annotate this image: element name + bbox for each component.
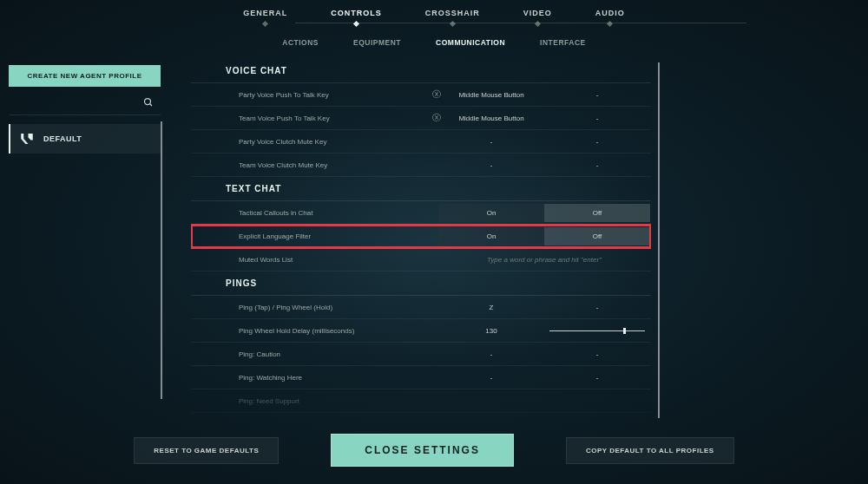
- toggle-off[interactable]: Off: [544, 204, 650, 222]
- keybind-primary[interactable]: Z: [438, 304, 544, 311]
- bottom-bar: RESET TO GAME DEFAULTS CLOSE SETTINGS CO…: [0, 434, 868, 467]
- subtab-communication[interactable]: COMMUNICATION: [436, 38, 505, 47]
- keybind-secondary[interactable]: -: [544, 374, 650, 382]
- keybind-secondary[interactable]: -: [544, 161, 650, 169]
- svg-point-0: [145, 99, 151, 105]
- row-ping-wheel: Ping (Tap) / Ping Wheel (Hold) Z -: [191, 296, 651, 319]
- row-explicit-language-filter: Explicit Language Filter On Off: [191, 225, 651, 248]
- section-text-chat: TEXT CHAT: [191, 177, 651, 201]
- reset-defaults-button[interactable]: RESET TO GAME DEFAULTS: [134, 437, 279, 464]
- row-party-voice-ptt: Party Voice Push To Talk Key ⓧ Middle Mo…: [191, 83, 651, 107]
- toggle-on[interactable]: On: [438, 227, 544, 245]
- keybind-secondary[interactable]: -: [544, 114, 650, 122]
- valorant-icon: [19, 131, 35, 147]
- clear-icon[interactable]: ⓧ: [432, 112, 441, 124]
- close-settings-button[interactable]: CLOSE SETTINGS: [331, 434, 514, 467]
- keybind-primary[interactable]: -: [438, 374, 544, 382]
- row-tactical-callouts: Tactical Callouts in Chat On Off: [191, 201, 651, 225]
- subtab-equipment[interactable]: EQUIPMENT: [353, 38, 401, 47]
- row-team-voice-ptt: Team Voice Push To Talk Key ⓧ Middle Mou…: [191, 107, 651, 130]
- row-ping-need-support: Ping: Need Support: [191, 389, 651, 413]
- keybind-secondary[interactable]: -: [544, 91, 650, 99]
- tab-general[interactable]: GENERAL: [243, 9, 287, 24]
- create-profile-button[interactable]: CREATE NEW AGENT PROFILE: [9, 65, 161, 87]
- subtab-interface[interactable]: INTERFACE: [540, 38, 586, 47]
- nav-divider: [295, 23, 746, 23]
- settings-content: VOICE CHAT Party Voice Push To Talk Key …: [191, 59, 651, 423]
- row-ping-caution: Ping: Caution - -: [191, 343, 651, 366]
- top-nav: GENERAL CONTROLS CROSSHAIR VIDEO AUDIO: [0, 0, 868, 24]
- sub-nav: ACTIONS EQUIPMENT COMMUNICATION INTERFAC…: [0, 24, 868, 47]
- keybind-secondary[interactable]: -: [544, 304, 650, 311]
- section-pings: PINGS: [191, 271, 651, 296]
- row-ping-delay: Ping Wheel Hold Delay (milliseconds) 130: [191, 319, 651, 343]
- row-muted-words: Muted Words List Type a word or phrase a…: [191, 248, 651, 271]
- keybind-primary[interactable]: Middle Mouse Button: [438, 91, 544, 99]
- delay-value[interactable]: 130: [438, 327, 544, 335]
- sidebar: CREATE NEW AGENT PROFILE DEFAULT: [9, 65, 161, 154]
- section-voice-chat: VOICE CHAT: [191, 59, 651, 83]
- delay-slider[interactable]: [544, 330, 650, 331]
- sidebar-divider: [161, 121, 162, 399]
- keybind-primary[interactable]: -: [438, 161, 544, 169]
- copy-to-profiles-button[interactable]: COPY DEFAULT TO ALL PROFILES: [566, 437, 734, 464]
- keybind-primary[interactable]: -: [438, 350, 544, 358]
- search-row: [9, 97, 161, 115]
- row-party-clutch-mute: Party Voice Clutch Mute Key - -: [191, 130, 651, 154]
- scrollbar-track[interactable]: [658, 62, 660, 418]
- muted-words-input[interactable]: Type a word or phrase and hit "enter": [438, 256, 650, 264]
- keybind-primary[interactable]: -: [438, 138, 544, 146]
- subtab-actions[interactable]: ACTIONS: [282, 38, 319, 47]
- clear-icon[interactable]: ⓧ: [432, 88, 441, 101]
- toggle-on[interactable]: On: [438, 204, 544, 222]
- profile-label: DEFAULT: [43, 134, 82, 143]
- svg-line-1: [150, 104, 153, 107]
- row-ping-watching: Ping: Watching Here - -: [191, 366, 651, 389]
- slider-thumb[interactable]: [623, 328, 626, 334]
- row-team-clutch-mute: Team Voice Clutch Mute Key - -: [191, 154, 651, 177]
- search-icon[interactable]: [143, 97, 154, 110]
- toggle-off[interactable]: Off: [544, 227, 650, 245]
- sidebar-item-default[interactable]: DEFAULT: [9, 124, 161, 154]
- keybind-primary[interactable]: Middle Mouse Button: [438, 114, 544, 122]
- keybind-secondary[interactable]: -: [544, 138, 650, 146]
- keybind-secondary[interactable]: -: [544, 350, 650, 358]
